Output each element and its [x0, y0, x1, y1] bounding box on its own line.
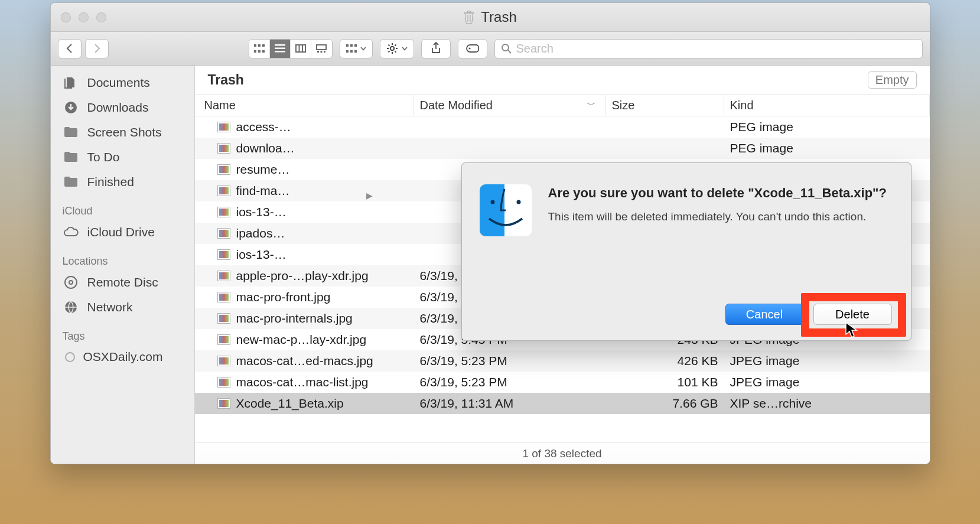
column-label: Kind [730, 99, 754, 112]
svg-point-29 [490, 200, 494, 204]
sidebar-item-todo[interactable]: To Do [51, 145, 194, 170]
svg-rect-4 [262, 44, 265, 47]
file-name: new-mac-p…lay-xdr.jpg [236, 333, 367, 347]
table-row[interactable]: downloa…PEG image [195, 138, 930, 159]
folder-icon [63, 151, 79, 163]
svg-rect-15 [324, 51, 325, 53]
network-icon [63, 300, 79, 314]
file-icon [217, 377, 230, 388]
file-icon [217, 271, 230, 281]
gallery-view-button[interactable] [311, 40, 332, 58]
file-icon [217, 207, 230, 217]
table-row[interactable]: Xcode_11_Beta.xip6/3/19, 11:31 AM7.66 GB… [195, 393, 930, 414]
sidebar-item-finished[interactable]: Finished [51, 170, 194, 194]
sidebar-tag-osxdaily[interactable]: OSXDaily.com [51, 345, 194, 369]
file-name: apple-pro-…play-xdr.jpg [236, 269, 369, 283]
file-kind: PEG image [724, 141, 930, 155]
file-icon [217, 334, 230, 345]
minimize-window-button[interactable] [79, 12, 89, 22]
action-menu-button[interactable] [380, 39, 414, 58]
file-icon [217, 356, 230, 366]
column-kind[interactable]: Kind [724, 95, 930, 116]
search-input[interactable] [516, 42, 916, 56]
file-date: 6/3/19, 5:23 PM [414, 354, 606, 368]
file-name: ios-13-… [236, 248, 286, 262]
sidebar-item-network[interactable]: Network [51, 295, 194, 320]
table-row[interactable]: access-…PEG image [195, 116, 930, 138]
sidebar-item-label: To Do [87, 150, 120, 164]
svg-point-23 [468, 47, 470, 49]
search-field[interactable] [494, 39, 923, 58]
list-view-button[interactable] [270, 40, 291, 58]
search-icon [501, 43, 512, 54]
chevron-down-icon: ﹀ [587, 99, 596, 112]
svg-rect-12 [317, 45, 326, 50]
back-button[interactable] [58, 39, 82, 58]
icon-view-button[interactable] [249, 40, 270, 58]
group-by-button[interactable] [340, 39, 373, 58]
svg-point-22 [390, 47, 393, 50]
title-bar[interactable]: Trash [51, 3, 930, 32]
column-date-modified[interactable]: Date Modified﹀ [414, 95, 606, 116]
sidebar-item-downloads[interactable]: Downloads [51, 95, 194, 120]
documents-icon [63, 76, 79, 90]
table-row[interactable]: macos-cat…ed-macs.jpg6/3/19, 5:23 PM426 … [195, 350, 930, 372]
dialog-subtext: This item will be deleted immediately. Y… [548, 209, 893, 225]
svg-rect-6 [258, 50, 261, 53]
delete-button[interactable]: Delete [813, 304, 892, 325]
sidebar[interactable]: Documents Downloads Screen Shots To Do F… [51, 66, 195, 464]
tags-button[interactable] [458, 39, 487, 58]
column-view-button[interactable] [291, 40, 311, 58]
svg-rect-7 [262, 50, 265, 53]
sidebar-item-remote-disc[interactable]: Remote Disc [51, 270, 194, 295]
column-name[interactable]: Name [198, 95, 414, 116]
sidebar-item-label: Network [87, 300, 133, 314]
file-size: 426 KB [606, 354, 724, 368]
column-headers: Name Date Modified﹀ Size Kind [195, 95, 930, 116]
cancel-button[interactable]: Cancel [725, 304, 804, 325]
svg-rect-16 [346, 44, 349, 47]
svg-rect-1 [468, 11, 471, 13]
cloud-icon [63, 227, 79, 237]
zoom-window-button[interactable] [96, 12, 106, 22]
toolbar [51, 32, 930, 66]
sidebar-item-documents[interactable]: Documents [51, 70, 194, 95]
window-title: Trash [481, 9, 516, 25]
file-icon [217, 122, 230, 132]
file-kind: XIP se…rchive [724, 396, 930, 411]
folder-icon [63, 126, 79, 138]
file-size: 101 KB [606, 375, 724, 389]
close-window-button[interactable] [61, 12, 71, 22]
svg-rect-17 [350, 44, 353, 47]
finder-icon [480, 184, 532, 236]
file-size: 7.66 GB [606, 396, 724, 411]
table-row[interactable]: macos-cat…mac-list.jpg6/3/19, 5:23 PM101… [195, 372, 930, 393]
disclosure-triangle-icon[interactable]: ▶ [366, 191, 373, 200]
svg-rect-3 [258, 44, 261, 47]
file-icon [217, 164, 230, 175]
column-size[interactable]: Size [606, 95, 724, 116]
file-kind: JPEG image [724, 354, 930, 368]
svg-rect-8 [275, 44, 285, 46]
file-name: access-… [236, 120, 291, 134]
svg-point-24 [502, 44, 509, 51]
main-content: Trash Empty Name Date Modified﹀ Size Kin… [195, 66, 930, 464]
sidebar-item-label: Remote Disc [87, 275, 158, 289]
svg-rect-13 [317, 51, 319, 53]
sidebar-item-screenshots[interactable]: Screen Shots [51, 120, 194, 145]
tag-icon [465, 44, 480, 53]
sidebar-item-icloud-drive[interactable]: iCloud Drive [51, 220, 194, 245]
sidebar-section-tags: Tags [51, 320, 194, 345]
column-label: Name [204, 99, 236, 112]
file-icon [217, 398, 230, 409]
share-button[interactable] [421, 39, 451, 58]
forward-button[interactable] [85, 39, 109, 58]
empty-trash-button[interactable]: Empty [868, 71, 917, 89]
svg-rect-20 [350, 50, 353, 53]
file-icon [217, 143, 230, 154]
file-kind: PEG image [724, 120, 930, 134]
file-name: resume… [236, 162, 290, 177]
svg-rect-19 [346, 50, 349, 53]
gear-icon [386, 43, 398, 54]
svg-rect-10 [275, 51, 285, 53]
